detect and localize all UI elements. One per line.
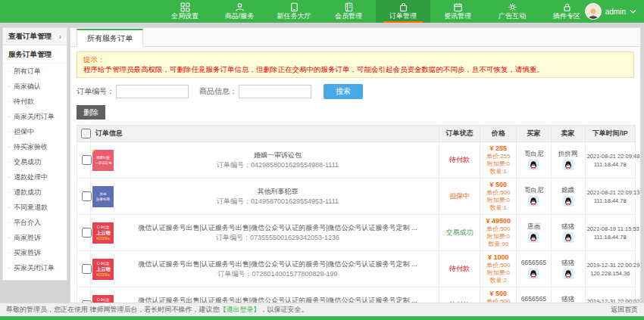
- buyer-name: 6656565: [518, 259, 549, 267]
- order-time: 2021-08-21 22:09:48: [587, 152, 633, 160]
- order-no-label: 订单编号：: [77, 86, 114, 97]
- qq-icon[interactable]: [528, 269, 539, 279]
- sidebar-item-deal-success[interactable]: ·交易成功: [3, 154, 67, 169]
- back-home-link[interactable]: 返回首页: [611, 305, 638, 315]
- order-number: 订单编号：0728014001577800829-199: [118, 269, 437, 279]
- nav-item-order-management[interactable]: 订单管理: [376, 0, 430, 23]
- price-total: ¥ 49500: [482, 217, 514, 225]
- search-row: 订单编号： 商品信息： 搜索: [77, 84, 634, 99]
- sidebar-item-label: 不同意退款: [14, 203, 48, 213]
- price-surcharge: 附加费:0: [482, 269, 514, 277]
- user-menu[interactable]: admin: [585, 0, 636, 23]
- sidebar-item-merchant-win[interactable]: ·商家胜诉: [3, 230, 67, 245]
- price-total: ¥ 1000: [482, 253, 514, 262]
- qq-icon[interactable]: [563, 196, 574, 207]
- nav-item-label: 会员管理: [335, 12, 362, 20]
- status-badge: 担保中: [449, 192, 470, 200]
- product-thumbnail[interactable]: 婚姻纠纷 一审诉讼包: [92, 150, 114, 171]
- admin-screen: 全局设置 商品/服务 新任务大厅 会员管理: [0, 0, 644, 320]
- footer-message: 尊敬的管理员，您正在使用 律师网管理后台，若长时间不操作，建议您【退出登录】，以…: [6, 305, 308, 315]
- thumb-text: C-3特惠: [97, 225, 109, 229]
- row-checkbox[interactable]: [82, 191, 92, 201]
- sidebar-item-refund-processing[interactable]: ·退款处理中: [3, 169, 67, 185]
- product-thumbnail[interactable]: 其他 刑事犯罪: [92, 186, 114, 207]
- bullet-icon: ·: [8, 219, 11, 226]
- sidebar-item-merchant-closed[interactable]: ·商家关闭订单: [3, 109, 67, 124]
- col-seller: 卖家: [551, 126, 585, 142]
- person-icon: [235, 2, 245, 12]
- calendar-icon: [453, 2, 463, 12]
- footer-text-pre: 尊敬的管理员，您正在使用 律师网管理后台，若长时间不操作，建议您: [6, 306, 220, 313]
- sidebar-item-refund-rejected[interactable]: ·不同意退款: [3, 200, 67, 215]
- nav-item-label: 广告互动: [499, 12, 526, 20]
- thumb-text: ¥233/3年: [96, 272, 110, 277]
- qq-icon[interactable]: [563, 269, 574, 279]
- nav-item-new-task-hall[interactable]: 新任务大厅: [267, 0, 321, 23]
- price-qty: 数量:1: [482, 204, 514, 212]
- thumb-text: 上云啦: [96, 229, 111, 235]
- qq-icon[interactable]: [528, 232, 539, 243]
- thumb-text: 婚姻纠纷: [96, 155, 110, 160]
- qq-icon[interactable]: [528, 160, 539, 170]
- sidebar-item-platform-intervene[interactable]: ·平台介入: [3, 215, 67, 230]
- logout-link[interactable]: 【退出登录】: [220, 306, 261, 313]
- sidebar-item-buyer-win[interactable]: ·买家胜诉: [3, 245, 67, 260]
- delete-button[interactable]: 删除: [77, 105, 105, 120]
- order-time: 2019-12-31 22:00:29: [587, 261, 633, 269]
- order-no-input[interactable]: [116, 85, 189, 98]
- buyer-name: 唐画: [518, 222, 549, 231]
- sidebar-item-buyer-closed[interactable]: ·买家关闭订单: [3, 260, 67, 275]
- sidebar-item-refund-success[interactable]: ·退款成功: [3, 185, 67, 200]
- order-ip: 111.18.44.78: [587, 160, 633, 169]
- nav-item-news-management[interactable]: 资讯管理: [430, 0, 485, 23]
- sidebar-item-in-escrow[interactable]: ·担保中: [3, 124, 67, 139]
- nav-item-label: 商品/服务: [225, 12, 255, 20]
- sidebar-title[interactable]: 查看订单管理 ›: [3, 28, 67, 45]
- row-checkbox[interactable]: [82, 228, 92, 238]
- order-ip: 111.18.44.78: [587, 197, 633, 205]
- bullet-icon: ·: [8, 67, 11, 75]
- bullet-icon: ·: [8, 188, 11, 196]
- orders-table: 订单信息 订单状态 价格 买家 卖家 下单时间/IP 婚姻纠纷 一审诉讼包: [77, 125, 636, 320]
- sidebar-item-pending-acceptance[interactable]: ·待买家验收: [3, 139, 67, 154]
- row-checkbox[interactable]: [82, 264, 92, 274]
- sidebar-item-pending-payment[interactable]: ·待付款: [3, 94, 67, 109]
- order-title[interactable]: 其他刑事犯罪: [118, 186, 437, 197]
- nav-item-goods-services[interactable]: 商品/服务: [212, 0, 267, 23]
- price-unit: 单价:500: [482, 189, 514, 197]
- qq-icon[interactable]: [528, 196, 539, 207]
- search-button[interactable]: 搜索: [324, 84, 363, 99]
- sidebar-item-label: 待付款: [14, 97, 34, 107]
- sidebar-item-label: 交易成功: [14, 157, 41, 167]
- nav-item-label: 资讯管理: [444, 12, 471, 20]
- order-title[interactable]: 微信认证服务号出售|认证服务号出售|微信公众号认证的服务号|微信公众号认证服务号…: [118, 222, 437, 233]
- order-title[interactable]: 婚姻一审诉讼包: [118, 150, 437, 160]
- nav-item-global-settings[interactable]: 全局设置: [158, 0, 212, 23]
- sidebar-item-merchant-confirm[interactable]: ·商家确认: [3, 79, 67, 94]
- sidebar-item-label: 所有订单: [14, 67, 41, 76]
- footer-bar: 尊敬的管理员，您正在使用 律师网管理后台，若长时间不操作，建议您【退出登录】，以…: [0, 303, 644, 316]
- tab-all-service-orders[interactable]: 所有服务订单: [77, 29, 143, 47]
- thumb-text: 刑事犯罪: [96, 197, 110, 201]
- row-checkbox[interactable]: [82, 155, 92, 165]
- product-thumbnail[interactable]: C-3特惠 上云啦 ¥233/3年: [92, 222, 114, 244]
- nav-item-member-management[interactable]: 会员管理: [321, 0, 376, 23]
- chevron-down-icon: [630, 9, 636, 14]
- thumb-text: C-3特惠: [97, 261, 109, 266]
- bullet-icon: ·: [8, 234, 11, 241]
- sidebar-title-label: 查看订单管理: [8, 32, 52, 42]
- select-all-checkbox[interactable]: [81, 129, 91, 138]
- qq-icon[interactable]: [563, 232, 574, 243]
- product-thumbnail[interactable]: C-3特惠 上云啦 ¥233/3年: [92, 259, 114, 280]
- qq-icon[interactable]: [563, 160, 574, 170]
- order-title[interactable]: 微信认证服务号出售|认证服务号出售|微信公众号认证的服务号|微信公众号认证服务号…: [118, 259, 437, 269]
- price-total: ¥ 500: [482, 290, 514, 298]
- goods-info-input[interactable]: [239, 85, 311, 98]
- sidebar-item-all-orders[interactable]: ·所有订单: [3, 64, 67, 79]
- nav-item-ad-interaction[interactable]: 广告互动: [485, 0, 539, 23]
- nav-item-label: 全局设置: [171, 12, 199, 20]
- seller-name: 猪猪: [553, 259, 583, 267]
- top-navbar: 全局设置 商品/服务 新任务大厅 会员管理: [0, 0, 644, 23]
- price-total: ¥ 500: [482, 181, 514, 189]
- chevron-right-icon: ›: [59, 33, 61, 41]
